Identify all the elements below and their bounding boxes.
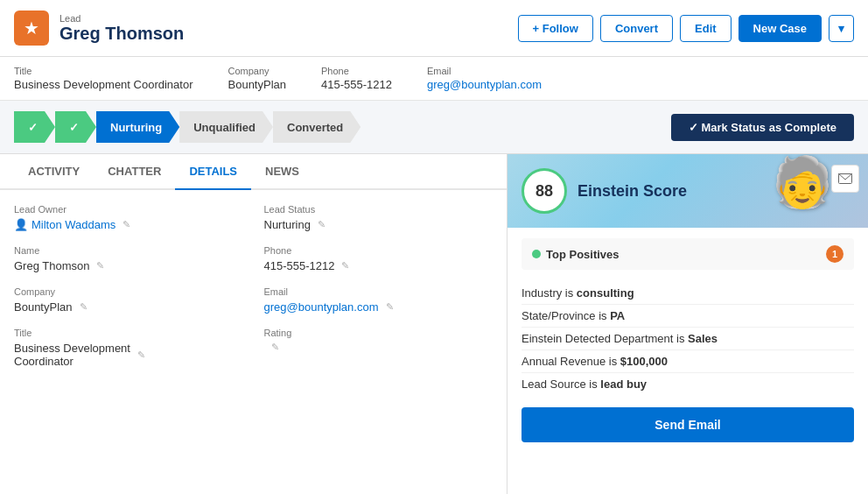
header-actions: + Follow Convert Edit New Case ▾: [518, 15, 854, 42]
company-edit-icon[interactable]: ✎: [80, 301, 88, 313]
tab-news[interactable]: NEWS: [251, 154, 313, 190]
step-done-2[interactable]: ✓: [55, 111, 96, 143]
email-value[interactable]: greg@bountyplan.com: [427, 78, 542, 91]
company-label: Company: [228, 66, 287, 76]
positive-item-4: Annual Revenue is $100,000: [522, 350, 854, 373]
top-positives-label: Top Positives: [546, 248, 620, 261]
email-edit-icon[interactable]: ✎: [386, 301, 394, 313]
header-left: ★ Lead Greg Thomson: [14, 11, 184, 46]
detail-row-4: Title Business DevelopmentCoordinator ✎ …: [14, 328, 493, 368]
positives-list: Industry is consulting State/Province is…: [522, 279, 854, 399]
title-detail-label: Title: [14, 328, 243, 338]
step-done-1[interactable]: ✓: [14, 111, 55, 143]
lead-owner-value[interactable]: Milton Waddams: [32, 218, 116, 231]
phone-value: 415-555-1212: [321, 78, 392, 91]
header: ★ Lead Greg Thomson + Follow Convert Edi…: [0, 0, 868, 57]
phone-label: Phone: [321, 66, 392, 76]
email-value-row: greg@bountyplan.com ✎: [264, 300, 494, 314]
lead-owner-value-row: 👤 Milton Waddams ✎: [14, 218, 243, 231]
lead-owner-edit-icon[interactable]: ✎: [122, 219, 130, 230]
lead-name: Greg Thomson: [60, 24, 184, 44]
progress-section: ✓ ✓ Nurturing Unqualified Converted ✓ Ma…: [0, 101, 868, 154]
dropdown-button[interactable]: ▾: [829, 15, 854, 42]
einstein-avatar: 🧓: [772, 158, 833, 219]
email-detail-value[interactable]: greg@bountyplan.com: [264, 300, 379, 314]
left-panel: ACTIVITY CHATTER DETAILS NEWS Lead Owner…: [0, 154, 508, 494]
tab-details[interactable]: DETAILS: [175, 154, 251, 190]
positive-item-5: Lead Source is lead buy: [522, 373, 854, 395]
step-converted-label[interactable]: Converted: [273, 111, 360, 143]
lead-status-edit-icon[interactable]: ✎: [318, 219, 326, 230]
convert-button[interactable]: Convert: [600, 15, 673, 42]
field-email: Email greg@bountyplan.com ✎: [264, 286, 494, 314]
positive-indicator-dot: [532, 250, 541, 258]
name-edit-icon[interactable]: ✎: [96, 260, 104, 272]
step-nurturing[interactable]: Nurturing: [96, 111, 179, 143]
detail-row-3: Company BountyPlan ✎ Email greg@bountypl…: [14, 286, 493, 314]
email-label: Email: [427, 66, 542, 76]
einstein-avatar-image: 🧓: [772, 158, 833, 207]
field-lead-owner: Lead Owner 👤 Milton Waddams ✎: [14, 204, 243, 231]
positive-item-1: Industry is consulting: [522, 282, 854, 305]
main-content: ACTIVITY CHATTER DETAILS NEWS Lead Owner…: [0, 154, 868, 494]
mail-icon: [838, 173, 852, 184]
phone-edit-icon[interactable]: ✎: [341, 260, 349, 272]
phone-detail-value: 415-555-1212: [264, 259, 335, 272]
name-value-row: Greg Thomson ✎: [14, 259, 243, 272]
tab-activity[interactable]: ACTIVITY: [14, 154, 94, 190]
lead-status-value-row: Nurturing ✎: [264, 218, 494, 231]
top-positives-header: Top Positives 1: [522, 238, 854, 270]
step-inactive-unqualified[interactable]: Unqualified: [179, 111, 273, 143]
step-1[interactable]: ✓: [14, 111, 55, 143]
lead-icon: ★: [14, 11, 49, 46]
name-value: Greg Thomson: [14, 259, 89, 272]
mark-complete-button[interactable]: ✓ Mark Status as Complete: [671, 114, 854, 141]
title-edit-icon[interactable]: ✎: [137, 349, 145, 361]
field-phone: Phone 415-555-1212 ✎: [264, 245, 494, 272]
lead-status-label: Lead Status: [264, 204, 494, 215]
lead-status-value: Nurturing: [264, 218, 311, 231]
title-value-row: Business DevelopmentCoordinator ✎: [14, 342, 243, 368]
title-value: Business Development Coordinator: [14, 78, 193, 91]
step-unqualified[interactable]: Unqualified: [179, 111, 273, 143]
name-label: Name: [14, 245, 243, 256]
details-content: Lead Owner 👤 Milton Waddams ✎ Lead Statu…: [0, 190, 507, 396]
field-title: Title Business DevelopmentCoordinator ✎: [14, 328, 243, 368]
phone-value-row: 415-555-1212 ✎: [264, 259, 494, 272]
einstein-body: Top Positives 1 Industry is consulting S…: [508, 228, 868, 453]
company-detail-value: BountyPlan: [14, 300, 73, 314]
send-email-button[interactable]: Send Email: [522, 407, 854, 442]
einstein-title: Einstein Score: [578, 182, 687, 201]
follow-button[interactable]: + Follow: [518, 15, 593, 42]
company-value: BountyPlan: [228, 78, 287, 91]
edit-button[interactable]: Edit: [680, 15, 732, 42]
lead-owner-label: Lead Owner: [14, 204, 243, 215]
company-value-row: BountyPlan ✎: [14, 300, 243, 314]
right-panel: 88 Einstein Score 🧓 Top Positives 1: [508, 154, 868, 494]
lead-label: Lead: [60, 13, 184, 24]
tabs: ACTIVITY CHATTER DETAILS NEWS: [0, 154, 507, 190]
field-rating: Rating ✎: [264, 328, 494, 368]
title-label: Title: [14, 66, 193, 76]
tab-chatter[interactable]: CHATTER: [94, 154, 175, 190]
positive-item-3: Einstein Detected Department is Sales: [522, 328, 854, 350]
mail-icon-button[interactable]: [831, 165, 859, 193]
new-case-button[interactable]: New Case: [738, 15, 822, 42]
info-field-company: Company BountyPlan: [228, 66, 287, 91]
lead-meta: Lead Greg Thomson: [60, 13, 184, 44]
company-detail-label: Company: [14, 286, 243, 297]
rating-edit-icon[interactable]: ✎: [271, 342, 279, 353]
einstein-score-circle: 88: [522, 168, 567, 214]
detail-row-1: Lead Owner 👤 Milton Waddams ✎ Lead Statu…: [14, 204, 493, 231]
info-field-email: Email greg@bountyplan.com: [427, 66, 542, 91]
step-2[interactable]: ✓: [55, 111, 96, 143]
einstein-header: 88 Einstein Score 🧓: [508, 154, 868, 228]
positives-badge: 1: [826, 245, 844, 263]
owner-avatar-icon: 👤: [14, 218, 28, 231]
phone-detail-label: Phone: [264, 245, 494, 256]
detail-row-2: Name Greg Thomson ✎ Phone 415-555-1212 ✎: [14, 245, 493, 272]
field-name: Name Greg Thomson ✎: [14, 245, 243, 272]
step-active-nurturing[interactable]: Nurturing: [96, 111, 179, 143]
step-converted[interactable]: Converted: [273, 111, 360, 143]
title-detail-value: Business DevelopmentCoordinator: [14, 342, 130, 368]
